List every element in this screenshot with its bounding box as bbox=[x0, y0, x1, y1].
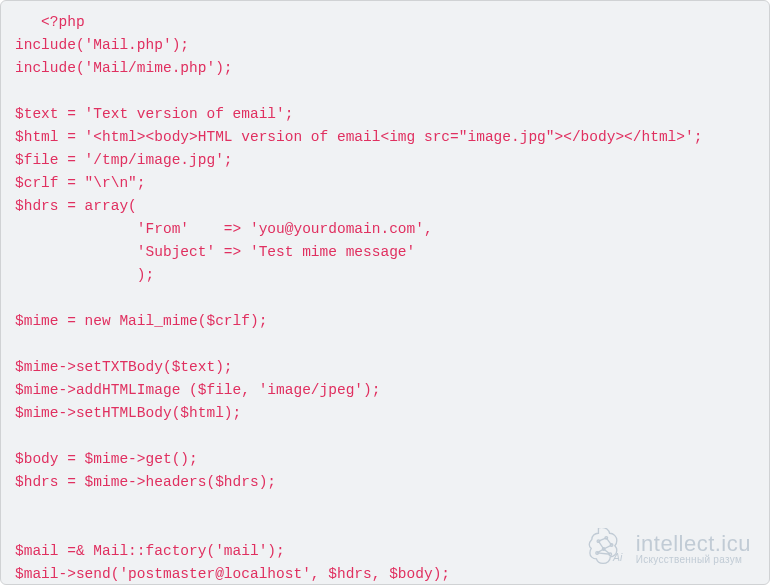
code-block-container: <?php include('Mail.php'); include('Mail… bbox=[0, 0, 770, 585]
php-code: <?php include('Mail.php'); include('Mail… bbox=[15, 11, 755, 585]
